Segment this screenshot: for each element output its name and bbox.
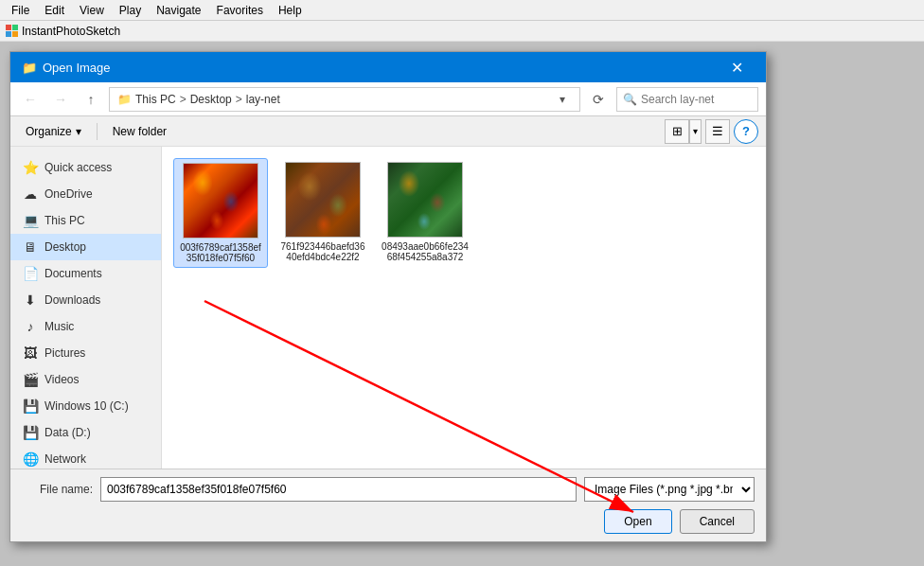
sidebar-data-label: Data (D:) xyxy=(44,426,91,439)
new-folder-label: New folder xyxy=(113,125,167,138)
menu-favorites[interactable]: Favorites xyxy=(209,2,271,19)
buttons-row: Open Cancel xyxy=(22,509,755,534)
sidebar-pictures-label: Pictures xyxy=(44,346,85,360)
menu-view[interactable]: View xyxy=(72,2,112,19)
sidebar-network-label: Network xyxy=(44,452,86,466)
logo-icon xyxy=(6,25,18,37)
sidebar-item-downloads[interactable]: ⬇ Downloads xyxy=(10,287,161,313)
file-thumb-3 xyxy=(387,162,463,238)
file-name-3: 08493aae0b66fe23468f454255a8a372 xyxy=(382,241,469,262)
sidebar-item-music[interactable]: ♪ Music xyxy=(10,313,161,340)
filename-row: File name: Image Files (*.png *.jpg *.bm… xyxy=(22,477,755,502)
search-icon: 🔍 xyxy=(623,93,637,106)
sidebar-item-thispc[interactable]: 💻 This PC xyxy=(10,207,161,234)
sidebar-item-documents[interactable]: 📄 Documents xyxy=(10,260,161,287)
app-title: InstantPhotoSketch xyxy=(22,25,120,38)
path-part1: This PC xyxy=(135,93,176,106)
pictures-icon: 🖼 xyxy=(22,345,39,361)
back-button[interactable]: ← xyxy=(18,87,43,112)
music-icon: ♪ xyxy=(22,319,39,334)
forward-button[interactable]: → xyxy=(48,87,73,112)
file-item-1[interactable]: 003f6789caf1358ef35f018fe07f5f60 xyxy=(173,158,268,268)
sidebar-thispc-label: This PC xyxy=(44,214,85,227)
menu-file[interactable]: File xyxy=(4,2,37,19)
content-area: ⭐ Quick access ☁ OneDrive 💻 This PC 🖥 De… xyxy=(10,147,766,469)
menu-play[interactable]: Play xyxy=(112,2,149,19)
organize-label: Organize xyxy=(26,125,72,138)
toolbar: Organize ▾ New folder ⊞ ▾ ☰ ? xyxy=(10,116,766,147)
layout-button[interactable]: ☰ xyxy=(705,119,730,144)
file-item-2[interactable]: 761f923446baefd3640efd4bdc4e22f2 xyxy=(275,158,370,268)
thispc-icon: 💻 xyxy=(22,213,39,228)
search-box[interactable]: 🔍 xyxy=(616,87,758,112)
app-logo: InstantPhotoSketch xyxy=(6,25,120,38)
view-dropdown-icon[interactable]: ▾ xyxy=(689,119,702,144)
desktop-icon: 🖥 xyxy=(22,239,39,255)
sidebar-item-videos[interactable]: 🎬 Videos xyxy=(10,366,161,393)
path-part2: Desktop xyxy=(190,93,232,106)
sidebar-item-quick-access[interactable]: ⭐ Quick access xyxy=(10,154,161,181)
sidebar-desktop-label: Desktop xyxy=(44,240,86,254)
sidebar-item-network[interactable]: 🌐 Network xyxy=(10,446,161,469)
sidebar-item-windows[interactable]: 💾 Windows 10 (C:) xyxy=(10,393,161,419)
path-part3: lay-net xyxy=(246,93,280,106)
file-item-3[interactable]: 08493aae0b66fe23468f454255a8a372 xyxy=(378,158,472,268)
filename-label: File name: xyxy=(22,483,93,496)
menu-help[interactable]: Help xyxy=(271,2,310,19)
sidebar-item-data[interactable]: 💾 Data (D:) xyxy=(10,419,161,446)
cancel-button[interactable]: Cancel xyxy=(680,509,755,534)
help-button[interactable]: ? xyxy=(734,119,758,144)
new-folder-button[interactable]: New folder xyxy=(105,119,174,144)
dialog-titlebar: 📁 Open Image ✕ xyxy=(10,52,766,82)
file-name-2: 761f923446baefd3640efd4bdc4e22f2 xyxy=(279,241,366,262)
path-dropdown-icon[interactable]: ▾ xyxy=(553,93,572,106)
menu-bar: File Edit View Play Navigate Favorites H… xyxy=(0,0,924,21)
sidebar-onedrive-label: OneDrive xyxy=(44,187,93,201)
toolbar-right: ⊞ ▾ ☰ ? xyxy=(665,119,758,144)
dialog-title: Open Image xyxy=(43,61,111,75)
organize-dropdown-icon: ▾ xyxy=(76,125,81,138)
sidebar: ⭐ Quick access ☁ OneDrive 💻 This PC 🖥 De… xyxy=(10,147,162,469)
refresh-button[interactable]: ⟳ xyxy=(586,87,611,112)
filename-input[interactable] xyxy=(100,477,577,502)
bottom-bar: File name: Image Files (*.png *.jpg *.bm… xyxy=(10,469,766,541)
sidebar-documents-label: Documents xyxy=(44,267,102,280)
dialog-overlay: 📁 Open Image ✕ ← → ↑ 📁 This PC > Desktop… xyxy=(0,42,924,566)
open-image-dialog: 📁 Open Image ✕ ← → ↑ 📁 This PC > Desktop… xyxy=(9,51,767,542)
dialog-folder-icon: 📁 xyxy=(22,61,37,75)
sidebar-videos-label: Videos xyxy=(44,373,79,386)
file-thumb-1 xyxy=(183,163,258,239)
file-name-1: 003f6789caf1358ef35f018fe07f5f60 xyxy=(178,242,263,263)
data-icon: 💾 xyxy=(22,425,39,440)
address-bar: ← → ↑ 📁 This PC > Desktop > lay-net ▾ ⟳ … xyxy=(10,82,766,116)
sidebar-item-onedrive[interactable]: ☁ OneDrive xyxy=(10,181,161,207)
onedrive-icon: ☁ xyxy=(22,186,39,202)
sidebar-quick-access-label: Quick access xyxy=(44,161,112,174)
path-icon: 📁 xyxy=(117,93,132,106)
address-path[interactable]: 📁 This PC > Desktop > lay-net ▾ xyxy=(109,87,580,112)
sidebar-item-desktop[interactable]: 🖥 Desktop xyxy=(10,234,161,260)
menu-navigate[interactable]: Navigate xyxy=(149,2,208,19)
videos-icon: 🎬 xyxy=(22,372,39,387)
path-sep2: > xyxy=(236,93,242,106)
view-icon-button[interactable]: ⊞ xyxy=(665,119,689,144)
open-button[interactable]: Open xyxy=(604,509,671,534)
sidebar-item-pictures[interactable]: 🖼 Pictures xyxy=(10,340,161,366)
file-area: 003f6789caf1358ef35f018fe07f5f60 761f923… xyxy=(162,147,766,469)
menu-edit[interactable]: Edit xyxy=(37,2,72,19)
dialog-close-button[interactable]: ✕ xyxy=(715,52,758,82)
dialog-title-area: 📁 Open Image xyxy=(22,61,111,75)
up-button[interactable]: ↑ xyxy=(79,87,103,112)
filetype-select[interactable]: Image Files (*.png *.jpg *.bmp *. xyxy=(584,477,755,502)
documents-icon: 📄 xyxy=(22,266,39,281)
network-icon: 🌐 xyxy=(22,451,39,467)
quick-access-icon: ⭐ xyxy=(22,160,39,175)
organize-button[interactable]: Organize ▾ xyxy=(18,119,89,144)
app-titlebar: InstantPhotoSketch xyxy=(0,21,924,42)
downloads-icon: ⬇ xyxy=(22,292,39,308)
windows-icon: 💾 xyxy=(22,398,39,414)
file-thumb-2 xyxy=(285,162,361,238)
sidebar-downloads-label: Downloads xyxy=(44,293,100,307)
sidebar-windows-label: Windows 10 (C:) xyxy=(44,399,129,413)
search-input[interactable] xyxy=(641,93,755,106)
